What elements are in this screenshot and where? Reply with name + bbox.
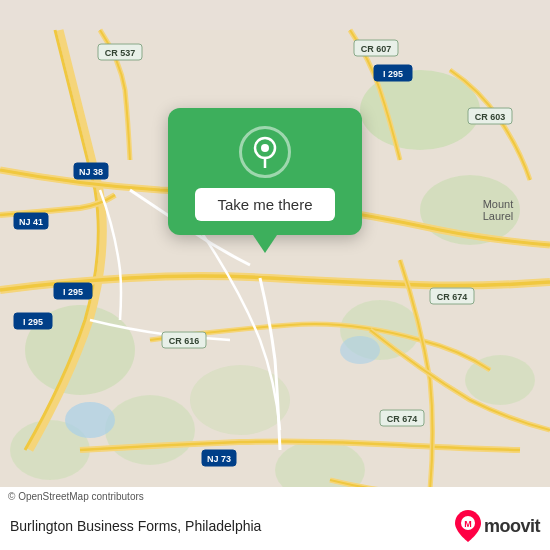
svg-point-41 (261, 144, 269, 152)
map-attribution: © OpenStreetMap contributors (0, 487, 550, 504)
svg-text:CR 607: CR 607 (361, 44, 392, 54)
moovit-pin-icon: M (455, 510, 481, 542)
svg-text:NJ 73: NJ 73 (207, 454, 231, 464)
svg-text:Mount: Mount (483, 198, 514, 210)
svg-point-5 (105, 395, 195, 465)
map-container: CR 537 CR 607 I 295 NJ 41 NJ 38 CR 603 I… (0, 0, 550, 550)
svg-text:CR 674: CR 674 (437, 292, 468, 302)
svg-text:NJ 38: NJ 38 (79, 167, 103, 177)
svg-text:I 295: I 295 (383, 69, 403, 79)
bottom-bar: © OpenStreetMap contributors Burlington … (0, 487, 550, 550)
svg-text:CR 674: CR 674 (387, 414, 418, 424)
svg-text:NJ 41: NJ 41 (19, 217, 43, 227)
popup-card: Take me there (168, 108, 362, 235)
svg-point-10 (65, 402, 115, 438)
svg-point-11 (340, 336, 380, 364)
location-row: Burlington Business Forms, Philadelphia … (0, 504, 550, 550)
moovit-wordmark: moovit (484, 516, 540, 537)
take-me-there-button[interactable]: Take me there (195, 188, 334, 221)
svg-text:I 295: I 295 (63, 287, 83, 297)
svg-text:M: M (464, 519, 472, 529)
svg-text:CR 603: CR 603 (475, 112, 506, 122)
svg-text:CR 616: CR 616 (169, 336, 200, 346)
svg-text:Laurel: Laurel (483, 210, 514, 222)
svg-text:I 295: I 295 (23, 317, 43, 327)
location-icon-circle (239, 126, 291, 178)
location-label: Burlington Business Forms, Philadelphia (10, 518, 261, 534)
moovit-logo: M moovit (455, 510, 540, 542)
map-background: CR 537 CR 607 I 295 NJ 41 NJ 38 CR 603 I… (0, 0, 550, 550)
svg-text:CR 537: CR 537 (105, 48, 136, 58)
location-pin-icon (251, 136, 279, 168)
